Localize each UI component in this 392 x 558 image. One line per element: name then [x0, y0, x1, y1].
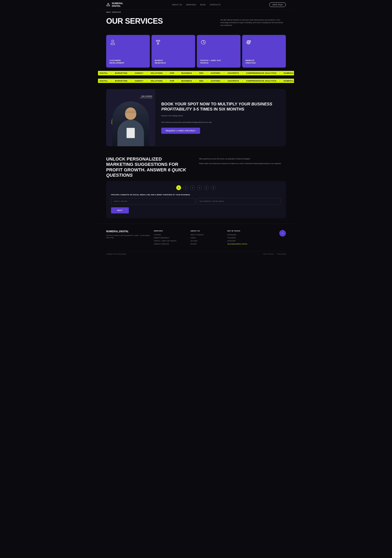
- step-3-button[interactable]: 3: [190, 185, 195, 190]
- step-1-button[interactable]: 1: [176, 185, 181, 190]
- step-6-button[interactable]: 6: [211, 185, 216, 190]
- hero-section: OUR SERVICES We offer tailored solutions…: [98, 15, 294, 33]
- quiz-right-text1: With experience across 200 niches, we sp…: [199, 158, 286, 160]
- footer-link-cases[interactable]: CASES: [190, 237, 223, 239]
- lets-talk-button[interactable]: LETS TALK: [269, 2, 286, 7]
- footer-back-top-col: ↑: [264, 230, 286, 246]
- footer-link-traffic[interactable]: TRAFFIC + GREY HAT TRAFFIC: [154, 240, 186, 242]
- footer-services-title: SERVICES: [154, 230, 186, 232]
- quiz-input-business[interactable]: [111, 198, 195, 204]
- logo-text: NUMERAL DIGITAL: [112, 2, 123, 7]
- footer: NUMERAL.DIGITAL Feel free to contact us …: [98, 224, 294, 258]
- footer-grid: NUMERAL.DIGITAL Feel free to contact us …: [106, 230, 286, 246]
- service-card-traffic[interactable]: TRAFFIC + GREY HAT TRAFFIC: [197, 35, 240, 68]
- card-label-website-creation: WEBSITE CREATION: [245, 60, 282, 64]
- svg-point-2: [112, 40, 114, 42]
- traffic-icon: [200, 39, 237, 46]
- footer-brand: NUMERAL.DIGITAL Feel free to contact us …: [106, 230, 150, 246]
- footer-link-instagram[interactable]: INSTAGRAM: [227, 234, 260, 236]
- footer-link-custdev[interactable]: CUSTDEV: [154, 234, 186, 236]
- step-4-button[interactable]: 4: [197, 185, 202, 190]
- svg-point-6: [157, 43, 159, 44]
- logo-icon: [106, 3, 110, 7]
- footer-link-about-company[interactable]: ABOUT COMPANY: [190, 234, 223, 236]
- svg-point-4: [156, 40, 157, 41]
- booking-title: BOOK YOUR SPOT NOW TO MULTIPLY YOUR BUSI…: [161, 102, 280, 112]
- footer-contact-col: GET IN TOUCH INSTAGRAM TELEGRAM WHATSAPP…: [227, 230, 260, 246]
- quiz-outer: UNLOCK PERSONALIZED MARKETING SUGGESTION…: [98, 152, 294, 224]
- service-card-market-research[interactable]: MARKET RESEARCH: [152, 35, 195, 68]
- booking-content: BOOK YOUR SPOT NOW TO MULTIPLY YOUR BUSI…: [155, 89, 286, 146]
- footer-link-whatsapp[interactable]: WHATSAPP: [227, 240, 260, 242]
- footer-link-email[interactable]: SALES@NUMERAL.DIGITAL: [227, 243, 260, 245]
- nav-about[interactable]: ABOUT US: [172, 4, 182, 6]
- quiz-right-text2: Please share more about your business to…: [199, 162, 286, 165]
- footer-link-telegram[interactable]: TELEGRAM: [227, 237, 260, 239]
- footer-brand-name: NUMERAL.DIGITAL: [106, 230, 150, 233]
- ticker-band-1: DIGITAL· MARKETING· AGENCY· SOLUTIONS· F…: [98, 71, 294, 75]
- quiz-input-website[interactable]: [197, 198, 281, 204]
- quiz-input-row: [111, 198, 281, 204]
- service-card-customer-development[interactable]: CUSTOMER DEVELOPMENT: [106, 35, 150, 68]
- hero-description: We offer tailored solutions to meet your…: [221, 17, 286, 26]
- card-label-traffic: TRAFFIC + GREY HAT TRAFFIC: [200, 60, 237, 64]
- request-strategy-button[interactable]: REQUEST A FREE STRATEGY: [161, 128, 200, 134]
- ticker-track-2: DIGITAL· MARKETING· AGENCY· SOLUTIONS· F…: [98, 80, 294, 82]
- step-2-button[interactable]: 2: [183, 185, 188, 190]
- footer-bottom: Copyright 2024 Numeral Digital Terms of …: [106, 251, 286, 255]
- footer-privacy-link[interactable]: Privacy Policy: [277, 253, 286, 255]
- step-5-button[interactable]: 5: [204, 185, 209, 190]
- booking-person-panel: Ivan Leonidov Marketing Manager: [106, 89, 155, 146]
- svg-line-9: [158, 41, 159, 43]
- nav-services[interactable]: SERVICES: [186, 4, 196, 6]
- breadcrumb: MAIN / SERVICES: [98, 9, 294, 15]
- svg-point-5: [159, 40, 160, 41]
- footer-legal-links: Terms of Service Privacy Policy: [263, 253, 286, 255]
- booking-subtitle-line1: Request a free strategy session.: [161, 114, 280, 117]
- footer-services-col: SERVICES CUSTDEV MARKET RESEARCH TRAFFIC…: [154, 230, 186, 246]
- svg-line-8: [157, 41, 158, 43]
- quiz-right: With experience across 200 niches, we sp…: [199, 157, 286, 167]
- footer-link-review[interactable]: REVIEW: [190, 243, 223, 245]
- service-cards-grid: CUSTOMER DEVELOPMENT MARKET RESEARCH: [98, 33, 294, 68]
- quiz-steps: 1 2 3 4 5 6: [111, 185, 281, 190]
- svg-rect-3: [111, 43, 115, 45]
- footer-terms-link[interactable]: Terms of Service: [263, 253, 273, 255]
- nav-blog[interactable]: BLOG: [200, 4, 206, 6]
- ticker-band-2: DIGITAL· MARKETING· AGENCY· SOLUTIONS· F…: [98, 79, 294, 83]
- main-nav: ABOUT US SERVICES BLOG CONTACTS: [172, 4, 221, 6]
- header: NUMERAL DIGITAL ABOUT US SERVICES BLOG C…: [98, 0, 294, 9]
- website-icon: [245, 39, 282, 46]
- quiz-header-row: UNLOCK PERSONALIZED MARKETING SUGGESTION…: [106, 157, 286, 178]
- page-title: OUR SERVICES: [106, 17, 212, 26]
- nav-contacts[interactable]: CONTACTS: [210, 4, 221, 6]
- card-label-customer-dev: CUSTOMER DEVELOPMENT: [110, 60, 147, 64]
- quiz-next-button[interactable]: NEXT: [111, 207, 129, 213]
- service-card-website-creation[interactable]: WEBSITE CREATION: [242, 35, 286, 68]
- footer-link-market-research[interactable]: MARKET RESEARCH: [154, 237, 186, 239]
- footer-about-col: ABOUT US ABOUT COMPANY CASES ACTIONS REV…: [190, 230, 223, 246]
- footer-copyright: Copyright 2024 Numeral Digital: [106, 253, 126, 255]
- footer-about-title: ABOUT US: [190, 230, 223, 232]
- customer-dev-icon: [110, 39, 147, 46]
- booking-subtitle-line2: We'll contact you and provide a personal…: [161, 121, 280, 123]
- quiz-question-label: PROVIDE A WEBSITE OR SOCIAL MEDIA LINK A…: [111, 194, 281, 196]
- quiz-left: UNLOCK PERSONALIZED MARKETING SUGGESTION…: [106, 157, 193, 178]
- footer-link-actions[interactable]: ACTIONS: [190, 240, 223, 242]
- footer-contact-title: GET IN TOUCH: [227, 230, 260, 232]
- footer-link-website-creation[interactable]: WEBSITE CREATION: [154, 243, 186, 245]
- back-to-top-button[interactable]: ↑: [279, 230, 286, 236]
- person-photo: [112, 101, 149, 146]
- ticker-track-1: DIGITAL· MARKETING· AGENCY· SOLUTIONS· F…: [98, 72, 294, 74]
- person-name: Ivan Leonidov Marketing Manager: [140, 95, 152, 98]
- logo[interactable]: NUMERAL DIGITAL: [106, 2, 123, 7]
- card-label-market-research: MARKET RESEARCH: [155, 60, 192, 64]
- quiz-heading: UNLOCK PERSONALIZED MARKETING SUGGESTION…: [106, 157, 188, 178]
- booking-section: Ivan Leonidov Marketing Manager BOOK YOU…: [106, 89, 286, 146]
- market-research-icon: [155, 39, 192, 46]
- quiz-form: 1 2 3 4 5 6 PROVIDE A WEBSITE OR SOCIAL …: [106, 181, 286, 218]
